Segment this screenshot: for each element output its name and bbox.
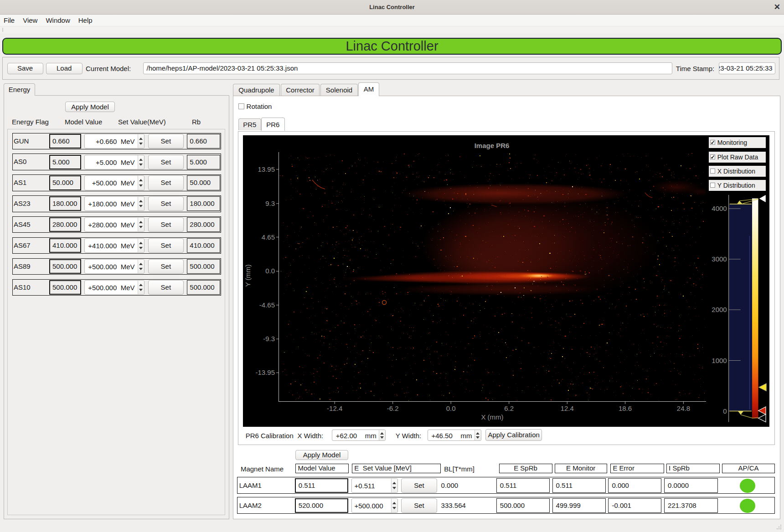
svg-text:0.0: 0.0 [446, 404, 456, 412]
svg-text:2000: 2000 [712, 306, 727, 313]
svg-text:3000: 3000 [712, 255, 727, 263]
svg-text:-13.95: -13.95 [255, 368, 275, 376]
svg-text:0.0: 0.0 [265, 267, 275, 275]
svg-text:4.65: 4.65 [262, 233, 275, 241]
svg-text:-9.3: -9.3 [263, 335, 275, 343]
svg-text:24.8: 24.8 [677, 404, 690, 412]
svg-text:4000: 4000 [712, 205, 727, 212]
svg-text:6.2: 6.2 [504, 404, 514, 412]
svg-text:12.4: 12.4 [561, 404, 574, 412]
svg-text:18.6: 18.6 [619, 404, 632, 412]
svg-text:Y (mm): Y (mm) [244, 265, 252, 287]
svg-text:X (mm): X (mm) [481, 413, 503, 421]
svg-text:0: 0 [723, 407, 727, 415]
svg-text:Image PR6: Image PR6 [475, 142, 510, 149]
svg-text:9.3: 9.3 [265, 200, 275, 207]
svg-text:13.95: 13.95 [258, 165, 275, 173]
svg-text:-6.2: -6.2 [387, 404, 399, 412]
svg-text:-4.65: -4.65 [259, 301, 275, 309]
svg-text:-12.4: -12.4 [327, 404, 342, 412]
svg-text:1000: 1000 [712, 357, 727, 364]
